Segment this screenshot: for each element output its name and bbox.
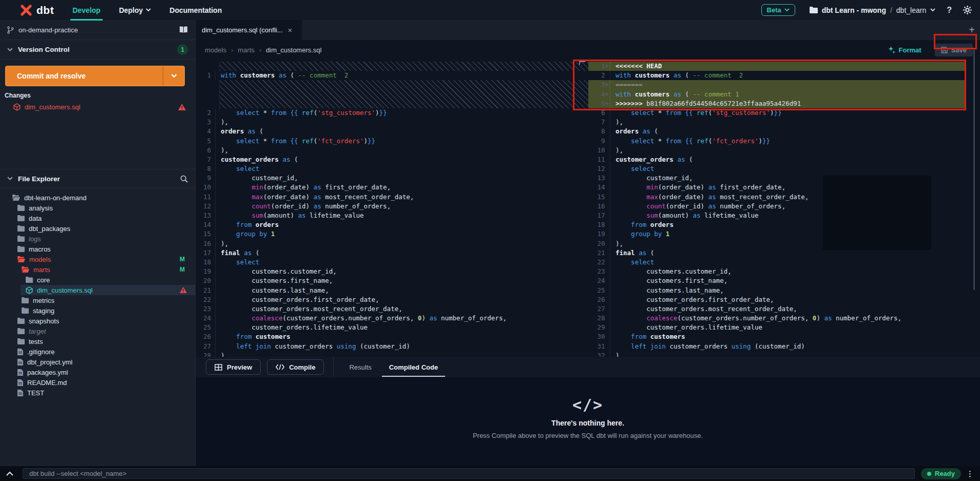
format-button[interactable]: Format: [888, 46, 921, 54]
nav-develop[interactable]: Develop: [72, 6, 100, 14]
code-line[interactable]: 14 from orders: [196, 220, 588, 229]
editor-scrollbar[interactable]: [973, 49, 975, 290]
code-line[interactable]: 12 select: [588, 164, 980, 174]
code-line[interactable]: 4orders as (: [196, 127, 588, 136]
file-tree-item-target[interactable]: target: [0, 326, 195, 336]
file-tree-item--gitignore[interactable]: .gitignore: [0, 347, 195, 357]
code-line[interactable]: 3),: [196, 118, 588, 127]
file-tree-item-core[interactable]: core: [0, 275, 195, 285]
code-line[interactable]: 17final as (: [196, 248, 588, 258]
code-line[interactable]: 22 customer_orders.first_order_date,: [196, 295, 588, 304]
code-line[interactable]: 6),: [196, 146, 588, 155]
preview-button[interactable]: Preview: [206, 359, 261, 375]
code-line[interactable]: 31 left join customer_orders using (cust…: [588, 342, 980, 351]
code-line[interactable]: 25 customer_orders.lifetime_value: [196, 323, 588, 332]
code-line[interactable]: 20 customers.first_name,: [196, 276, 588, 285]
new-tab-plus-icon[interactable]: +: [969, 24, 975, 36]
gear-icon[interactable]: [963, 6, 972, 14]
branch-row[interactable]: on-demand-practice: [0, 20, 195, 40]
code-line[interactable]: 27 customer_orders.most_recent_order_dat…: [588, 304, 980, 314]
dbt-logo[interactable]: dbt: [20, 4, 54, 17]
code-line[interactable]: 32 ): [588, 351, 980, 357]
close-icon[interactable]: ×: [288, 26, 293, 34]
tab-results[interactable]: Results: [349, 363, 371, 371]
file-tree-item-data[interactable]: data: [0, 213, 195, 223]
code-line[interactable]: 28 coalesce(customer_orders.number_of_or…: [588, 314, 980, 323]
file-tree-item-metrics[interactable]: metrics: [0, 295, 195, 305]
file-tree-item-packages-yml[interactable]: packages.yml: [0, 367, 195, 377]
code-line[interactable]: 28): [196, 351, 588, 357]
chevron-down-icon[interactable]: [930, 8, 935, 12]
code-line[interactable]: 24 customers.first_name,: [588, 276, 980, 285]
code-line[interactable]: 10 ),: [588, 146, 980, 155]
code-line[interactable]: 2 with customers as ( -- comment 2: [588, 71, 980, 80]
file-tree-item-dbt-project-yml[interactable]: dbt_project.yml: [0, 357, 195, 367]
compile-button[interactable]: Compile: [267, 359, 324, 375]
file-explorer-header[interactable]: File Explorer: [0, 169, 195, 188]
file-tree-item-macros[interactable]: macros: [0, 244, 195, 254]
command-input[interactable]: [23, 468, 915, 479]
beta-dropdown[interactable]: Beta: [761, 4, 795, 16]
code-line[interactable]: 23 customers.customer_id,: [588, 267, 980, 276]
code-line[interactable]: 22 select: [588, 258, 980, 267]
code-line[interactable]: 23 customer_orders.most_recent_order_dat…: [196, 304, 588, 314]
book-icon[interactable]: [179, 26, 188, 33]
code-line[interactable]: 7customer_orders as (: [196, 155, 588, 164]
code-line[interactable]: 5 select * from {{ ref('fct_orders')}}: [196, 137, 588, 146]
nav-deploy[interactable]: Deploy: [119, 6, 151, 14]
file-tree-item-dbt-learn-on-demand[interactable]: dbt-learn-on-demand: [0, 193, 195, 203]
code-line[interactable]: 27 left join customer_orders using (cust…: [196, 342, 588, 351]
chevron-up-icon[interactable]: [6, 471, 13, 476]
merge-added-line[interactable]: 5+>>>>>>> b81f802a66fd544504c65721e3ffaa…: [588, 99, 980, 108]
version-control-header[interactable]: Version Control 1: [0, 40, 195, 60]
project-name[interactable]: dbt Learn - mwong: [822, 6, 886, 14]
commit-dropdown-toggle[interactable]: [163, 66, 184, 86]
code-line[interactable]: 7 ),: [588, 118, 980, 127]
nav-documentation[interactable]: Documentation: [169, 6, 222, 14]
code-line[interactable]: 11 max(order_date) as most_recent_order_…: [196, 193, 588, 202]
code-line[interactable]: 10 min(order_date) as first_order_date,: [196, 183, 588, 192]
file-tree-item-analysis[interactable]: analysis: [0, 203, 195, 213]
repo-name[interactable]: dbt_learn: [896, 6, 926, 14]
code-line[interactable]: 9 customer_id,: [196, 174, 588, 183]
code-line[interactable]: 16),: [196, 239, 588, 248]
code-line[interactable]: 30 from customers: [588, 332, 980, 341]
code-line[interactable]: 25 customers.last_name,: [588, 286, 980, 295]
merge-added-line[interactable]: 3+=======: [588, 80, 980, 89]
code-line[interactable]: 9 select * from {{ ref('fct_orders')}}: [588, 137, 980, 146]
file-tree-item-snapshots[interactable]: snapshots: [0, 316, 195, 326]
save-button[interactable]: Save: [935, 44, 973, 56]
code-line[interactable]: 13 sum(amount) as lifetime_value: [196, 211, 588, 220]
file-tree-item-logs[interactable]: logs: [0, 234, 195, 244]
code-line[interactable]: 29 customer_orders.lifetime_value: [588, 323, 980, 332]
search-icon[interactable]: [180, 175, 188, 183]
code-line[interactable]: 21 customers.last_name,: [196, 286, 588, 295]
code-line[interactable]: 15 group by 1: [196, 229, 588, 239]
file-tree-item-models[interactable]: modelsM: [0, 254, 195, 264]
kebab-menu-icon[interactable]: ⋮: [966, 469, 974, 478]
code-line[interactable]: 8 orders as (: [588, 127, 980, 136]
code-line[interactable]: 26 from customers: [196, 332, 588, 341]
file-tree-item-marts[interactable]: martsM: [0, 264, 195, 275]
help-icon[interactable]: ?: [947, 6, 952, 15]
editor-left-pane[interactable]: 1with customers as ( -- comment 22 selec…: [196, 62, 588, 357]
file-tree-item-staging[interactable]: staging: [0, 305, 195, 316]
file-tree-item-test[interactable]: TEST: [0, 388, 195, 398]
code-line[interactable]: 6 select * from {{ ref('stg_customers')}…: [588, 108, 980, 118]
changed-file-row[interactable]: dim_customers.sql: [0, 101, 195, 112]
tab-compiled-code[interactable]: Compiled Code: [389, 363, 438, 371]
tab-dim-customers[interactable]: dim_customers.sql (confli... ×: [196, 20, 302, 40]
code-line[interactable]: 11 customer_orders as (: [588, 155, 980, 164]
file-tree-item-dim-customers-sql[interactable]: dim_customers.sql: [0, 285, 195, 295]
code-line[interactable]: 2 select * from {{ ref('stg_customers')}…: [196, 108, 588, 118]
code-line[interactable]: 26 customer_orders.first_order_date,: [588, 295, 980, 304]
commit-and-resolve-button[interactable]: Commit and resolve: [5, 66, 185, 86]
code-line[interactable]: 24 coalesce(customer_orders.number_of_or…: [196, 314, 588, 323]
code-line[interactable]: 18 select: [196, 258, 588, 267]
file-tree-item-tests[interactable]: tests: [0, 336, 195, 347]
file-tree-item-dbt-packages[interactable]: dbt_packages: [0, 223, 195, 234]
merge-added-line[interactable]: 1+<<<<<<< HEAD: [588, 62, 980, 71]
code-line[interactable]: 12 count(order_id) as number_of_orders,: [196, 202, 588, 211]
file-tree-item-readme-md[interactable]: README.md: [0, 377, 195, 388]
merge-added-line[interactable]: 4+with customers as ( -- comment 1: [588, 90, 980, 99]
